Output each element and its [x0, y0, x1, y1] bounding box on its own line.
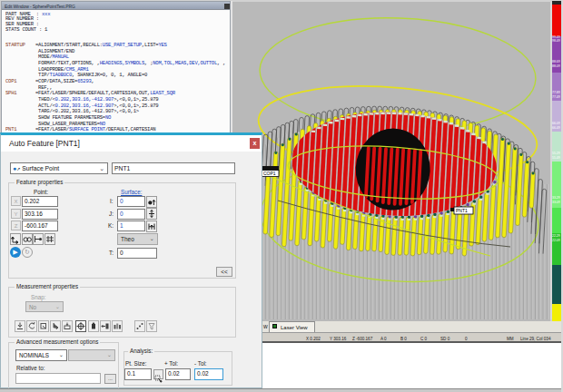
svg-text:COP1: COP1 [263, 171, 276, 176]
svg-text:PNT1: PNT1 [456, 208, 468, 213]
